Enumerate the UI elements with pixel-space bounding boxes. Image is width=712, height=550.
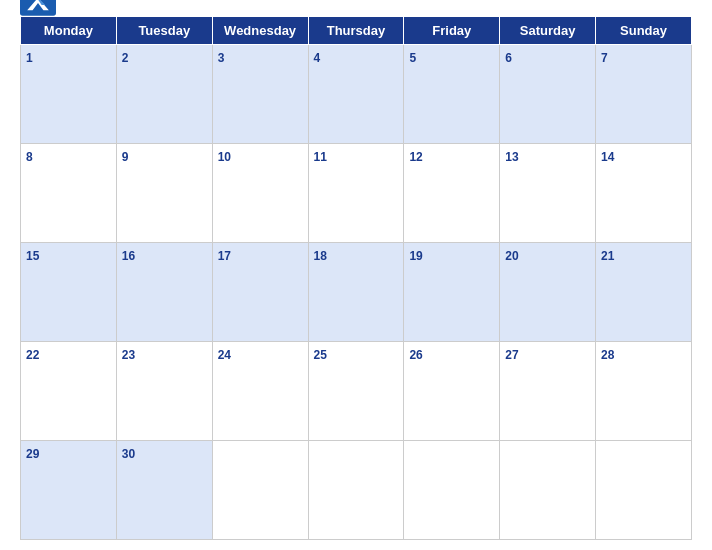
calendar-cell [308,441,404,540]
day-number: 16 [122,249,135,263]
day-number: 2 [122,51,129,65]
day-number: 26 [409,348,422,362]
day-number: 10 [218,150,231,164]
calendar-week-row: 1234567 [21,45,692,144]
calendar-week-row: 22232425262728 [21,342,692,441]
day-number: 14 [601,150,614,164]
day-number: 19 [409,249,422,263]
calendar-cell [500,441,596,540]
day-header-wednesday: Wednesday [212,17,308,45]
day-number: 25 [314,348,327,362]
day-number: 9 [122,150,129,164]
calendar-cell: 23 [116,342,212,441]
calendar-cell: 8 [21,144,117,243]
calendar-cell: 29 [21,441,117,540]
calendar-cell: 19 [404,243,500,342]
calendar-cell: 13 [500,144,596,243]
days-header-row: MondayTuesdayWednesdayThursdayFridaySatu… [21,17,692,45]
calendar-cell: 17 [212,243,308,342]
calendar-cell: 25 [308,342,404,441]
day-number: 18 [314,249,327,263]
calendar-cell: 6 [500,45,596,144]
day-number: 27 [505,348,518,362]
day-number: 21 [601,249,614,263]
calendar-cell: 18 [308,243,404,342]
day-number: 12 [409,150,422,164]
calendar-cell: 4 [308,45,404,144]
calendar-cell: 1 [21,45,117,144]
day-number: 15 [26,249,39,263]
day-header-saturday: Saturday [500,17,596,45]
day-number: 13 [505,150,518,164]
calendar-cell: 15 [21,243,117,342]
day-header-thursday: Thursday [308,17,404,45]
day-number: 3 [218,51,225,65]
calendar-cell: 14 [596,144,692,243]
calendar-cell: 16 [116,243,212,342]
day-number: 29 [26,447,39,461]
day-number: 28 [601,348,614,362]
day-header-tuesday: Tuesday [116,17,212,45]
day-number: 6 [505,51,512,65]
calendar-week-row: 15161718192021 [21,243,692,342]
calendar-cell [404,441,500,540]
day-number: 1 [26,51,33,65]
calendar-table: MondayTuesdayWednesdayThursdayFridaySatu… [20,16,692,540]
calendar-cell: 30 [116,441,212,540]
day-header-sunday: Sunday [596,17,692,45]
calendar-cell: 20 [500,243,596,342]
calendar-cell: 21 [596,243,692,342]
day-number: 20 [505,249,518,263]
calendar-cell: 3 [212,45,308,144]
calendar-cell: 24 [212,342,308,441]
day-number: 8 [26,150,33,164]
day-number: 4 [314,51,321,65]
day-number: 5 [409,51,416,65]
day-number: 30 [122,447,135,461]
calendar-cell: 27 [500,342,596,441]
day-header-friday: Friday [404,17,500,45]
calendar-cell: 12 [404,144,500,243]
day-number: 7 [601,51,608,65]
calendar-cell [212,441,308,540]
day-number: 17 [218,249,231,263]
calendar-cell: 7 [596,45,692,144]
day-number: 23 [122,348,135,362]
calendar-cell: 26 [404,342,500,441]
calendar-cell: 11 [308,144,404,243]
calendar-cell [596,441,692,540]
day-number: 22 [26,348,39,362]
calendar-cell: 9 [116,144,212,243]
calendar-cell: 22 [21,342,117,441]
day-number: 11 [314,150,327,164]
calendar-week-row: 891011121314 [21,144,692,243]
calendar-cell: 28 [596,342,692,441]
calendar-week-row: 2930 [21,441,692,540]
general-blue-logo [20,0,56,28]
calendar-cell: 5 [404,45,500,144]
calendar-cell: 2 [116,45,212,144]
day-number: 24 [218,348,231,362]
calendar-cell: 10 [212,144,308,243]
